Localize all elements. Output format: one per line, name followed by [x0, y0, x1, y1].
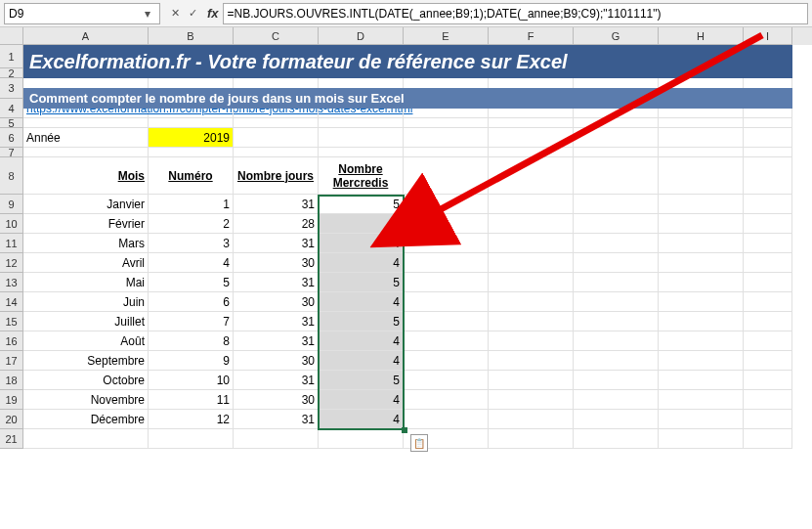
- chevron-down-icon[interactable]: ▾: [140, 7, 155, 21]
- cell[interactable]: Novembre: [23, 390, 149, 410]
- select-all-corner[interactable]: [0, 27, 23, 45]
- cell[interactable]: Avril: [23, 253, 149, 273]
- cell[interactable]: 3: [149, 234, 234, 253]
- row-header[interactable]: 18: [0, 371, 23, 390]
- col-header-I[interactable]: I: [744, 27, 792, 45]
- row-header[interactable]: 5: [0, 118, 23, 128]
- col-header-H[interactable]: H: [659, 27, 744, 45]
- fill-handle[interactable]: [402, 427, 407, 433]
- row-header[interactable]: 15: [0, 312, 23, 331]
- cell[interactable]: Mars: [23, 234, 149, 253]
- cell[interactable]: 31: [234, 234, 319, 253]
- cell[interactable]: 31: [234, 312, 319, 331]
- page-subbanner: Comment compter le nombre de jours dans …: [23, 88, 792, 109]
- cell[interactable]: 7: [149, 312, 234, 331]
- col-header-E[interactable]: E: [404, 27, 489, 45]
- spreadsheet-grid[interactable]: A B C D E F G H I Excelformation.fr - Vo…: [0, 27, 812, 449]
- cell[interactable]: 4: [319, 253, 404, 273]
- row-header[interactable]: 13: [0, 273, 23, 292]
- paste-options-icon[interactable]: 📋: [410, 434, 428, 452]
- cell[interactable]: 8: [149, 331, 234, 351]
- cell[interactable]: 5: [319, 273, 404, 292]
- cell[interactable]: 1: [149, 195, 234, 214]
- col-header-A[interactable]: A: [23, 27, 149, 45]
- cell[interactable]: 4: [319, 410, 404, 429]
- row-header[interactable]: 21: [0, 429, 23, 449]
- row-header[interactable]: 11: [0, 234, 23, 253]
- col-header-C[interactable]: C: [234, 27, 319, 45]
- cell[interactable]: 4: [319, 214, 404, 234]
- cell[interactable]: Décembre: [23, 410, 149, 429]
- row-header[interactable]: 17: [0, 351, 23, 371]
- row-header[interactable]: 19: [0, 390, 23, 410]
- cell[interactable]: 30: [234, 390, 319, 410]
- row-header[interactable]: 8: [0, 157, 23, 195]
- formula-value: =NB.JOURS.OUVRES.INTL(DATE(_annee;B9;1);…: [228, 7, 662, 21]
- cell[interactable]: 5: [149, 273, 234, 292]
- cell[interactable]: 11: [149, 390, 234, 410]
- year-label[interactable]: Année: [23, 128, 149, 148]
- col-header-G[interactable]: G: [574, 27, 659, 45]
- cell[interactable]: 4: [319, 292, 404, 312]
- cell[interactable]: 9: [149, 351, 234, 371]
- row-header[interactable]: 4: [0, 99, 23, 118]
- cell[interactable]: 4: [319, 390, 404, 410]
- row-header[interactable]: 10: [0, 214, 23, 234]
- header-numero[interactable]: Numéro: [149, 157, 234, 195]
- row-header[interactable]: 2: [0, 68, 23, 78]
- header-mois[interactable]: Mois: [23, 157, 149, 195]
- cell[interactable]: 4: [319, 331, 404, 351]
- cell[interactable]: Mai: [23, 273, 149, 292]
- row-header[interactable]: 1: [0, 45, 23, 68]
- cell[interactable]: 10: [149, 371, 234, 390]
- fx-icon[interactable]: fx: [207, 6, 219, 21]
- cell[interactable]: 31: [234, 195, 319, 214]
- header-mercredis[interactable]: Nombre Mercredis: [319, 157, 404, 195]
- cell[interactable]: 28: [234, 214, 319, 234]
- cell[interactable]: Août: [23, 331, 149, 351]
- cell[interactable]: 30: [234, 351, 319, 371]
- col-header-B[interactable]: B: [149, 27, 234, 45]
- cell[interactable]: 5: [319, 371, 404, 390]
- confirm-icon[interactable]: ✓: [185, 6, 200, 22]
- cell[interactable]: 31: [234, 331, 319, 351]
- cell[interactable]: Septembre: [23, 351, 149, 371]
- cell[interactable]: 31: [234, 371, 319, 390]
- cell[interactable]: 30: [234, 292, 319, 312]
- cell[interactable]: 4: [319, 234, 404, 253]
- row-header[interactable]: 14: [0, 292, 23, 312]
- cell-reference-value: D9: [9, 7, 23, 21]
- cell-selected-active[interactable]: 5: [319, 195, 404, 214]
- row-header[interactable]: 6: [0, 128, 23, 148]
- header-jours[interactable]: Nombre jours: [234, 157, 319, 195]
- cell[interactable]: Février: [23, 214, 149, 234]
- cell[interactable]: Juin: [23, 292, 149, 312]
- cancel-icon[interactable]: ✕: [167, 6, 183, 22]
- page-banner: Excelformation.fr - Votre formateur de r…: [23, 45, 792, 78]
- cell[interactable]: 31: [234, 410, 319, 429]
- cell[interactable]: 12: [149, 410, 234, 429]
- row-header[interactable]: 16: [0, 331, 23, 351]
- cell[interactable]: 5: [319, 312, 404, 331]
- cell[interactable]: 2: [149, 214, 234, 234]
- formula-toolbar: D9 ▾ ✕ ✓ fx =NB.JOURS.OUVRES.INTL(DATE(_…: [0, 0, 812, 27]
- col-header-D[interactable]: D: [319, 27, 404, 45]
- cell[interactable]: 4: [319, 351, 404, 371]
- row-header[interactable]: 20: [0, 410, 23, 429]
- row-header[interactable]: 12: [0, 253, 23, 273]
- row-header[interactable]: 7: [0, 148, 23, 157]
- cell[interactable]: 6: [149, 292, 234, 312]
- cell[interactable]: 4: [149, 253, 234, 273]
- row-header[interactable]: 3: [0, 78, 23, 99]
- cell[interactable]: Janvier: [23, 195, 149, 214]
- cell-reference-input[interactable]: D9 ▾: [4, 3, 160, 24]
- formula-input[interactable]: =NB.JOURS.OUVRES.INTL(DATE(_annee;B9;1);…: [223, 3, 808, 24]
- cell[interactable]: Octobre: [23, 371, 149, 390]
- cell[interactable]: 30: [234, 253, 319, 273]
- cell[interactable]: Juillet: [23, 312, 149, 331]
- col-header-F[interactable]: F: [489, 27, 574, 45]
- year-value-cell[interactable]: 2019: [149, 128, 234, 148]
- row-header[interactable]: 9: [0, 195, 23, 214]
- cell[interactable]: 31: [234, 273, 319, 292]
